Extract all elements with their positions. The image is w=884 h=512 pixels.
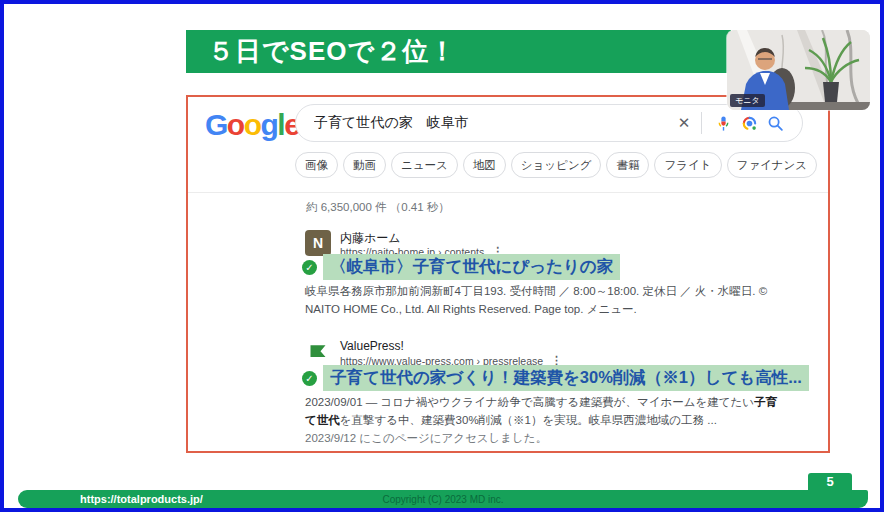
verified-check-icon: ✓	[302, 260, 317, 275]
microphone-icon	[715, 115, 732, 132]
google-logo-letter: o	[227, 108, 244, 141]
footer-copyright: Copyright (C) 2023 MD inc.	[18, 494, 868, 505]
google-logo: Google	[205, 108, 299, 142]
search-bar-divider	[701, 112, 702, 134]
tab-maps[interactable]: 地図	[463, 152, 506, 178]
webcam-overlay: モニタ	[727, 30, 870, 110]
results-divider	[188, 192, 828, 193]
google-logo-letter: g	[261, 108, 278, 141]
search-screenshot-frame: Google 子育て世代の家 岐阜市 ✕	[186, 95, 830, 453]
slide: ５日でSEOで２位！	[0, 0, 884, 512]
tab-news[interactable]: ニュース	[391, 152, 458, 178]
snippet-text: を直撃する中、建築費30%削減（※1）を実現。岐阜県西濃地域の工務 ...	[340, 414, 717, 426]
result-site-name: ValuePress!	[340, 339, 404, 353]
tab-images[interactable]: 画像	[295, 152, 338, 178]
verified-check-icon: ✓	[302, 371, 317, 386]
search-tabs: 画像 動画 ニュース 地図 ショッピング 書籍 フライト ファイナンス	[295, 152, 817, 178]
webcam-monitor-label: モニタ	[730, 94, 765, 107]
result-title-link[interactable]: 子育て世代の家づくり！建築費を30%削減（※1）しても高性...	[323, 365, 809, 391]
page-number-badge: 5	[808, 473, 852, 490]
google-lens-button[interactable]	[736, 110, 762, 136]
result-snippet: 2023/09/01 — コロナ禍やウクライナ紛争で高騰する建築費が、マイホーム…	[305, 393, 787, 447]
tab-flights[interactable]: フライト	[654, 152, 721, 178]
result-title-link[interactable]: 〈岐阜市〉子育て世代にぴったりの家	[323, 254, 620, 280]
google-logo-letter: o	[244, 108, 261, 141]
tab-finance[interactable]: ファイナンス	[727, 152, 818, 178]
tab-videos[interactable]: 動画	[343, 152, 386, 178]
result-title-row: ✓ 子育て世代の家づくり！建築費を30%削減（※1）しても高性...	[302, 365, 809, 391]
visited-note: 2023/9/12 にこのページにアクセスしました。	[305, 432, 547, 444]
google-lens-icon	[741, 115, 758, 132]
site-favicon-naito-home: N	[305, 230, 331, 256]
footer-bar: Copyright (C) 2023 MD inc. https://total…	[18, 490, 868, 508]
google-logo-letter: G	[205, 108, 227, 141]
close-icon: ✕	[678, 114, 691, 132]
search-icon	[767, 115, 784, 132]
voice-search-button[interactable]	[710, 110, 736, 136]
tab-books[interactable]: 書籍	[606, 152, 649, 178]
headline-text: ５日でSEOで２位！	[208, 36, 456, 66]
result-title-row: ✓ 〈岐阜市〉子育て世代にぴったりの家	[302, 254, 620, 280]
headline-banner: ５日でSEOで２位！	[186, 30, 731, 73]
valuepress-flag-icon	[308, 342, 328, 362]
site-favicon-valuepress	[305, 339, 331, 365]
page-number: 5	[826, 474, 833, 489]
results-stats: 約 6,350,000 件 （0.41 秒）	[306, 200, 450, 215]
search-input[interactable]: 子育て世代の家 岐阜市	[314, 114, 671, 132]
snippet-date: 2023/09/01 —	[305, 396, 380, 408]
tab-shopping[interactable]: ショッピング	[511, 152, 602, 178]
clear-search-button[interactable]: ✕	[671, 110, 697, 136]
result-snippet: 岐阜県各務原市那加前洞新町4丁目193. 受付時間 ／ 8:00～18:00. …	[305, 282, 775, 318]
search-bar: 子育て世代の家 岐阜市 ✕	[295, 104, 803, 142]
search-submit-button[interactable]	[762, 110, 788, 136]
snippet-text: コロナ禍やウクライナ紛争で高騰する建築費が、マイホームを建てたい	[380, 396, 754, 408]
